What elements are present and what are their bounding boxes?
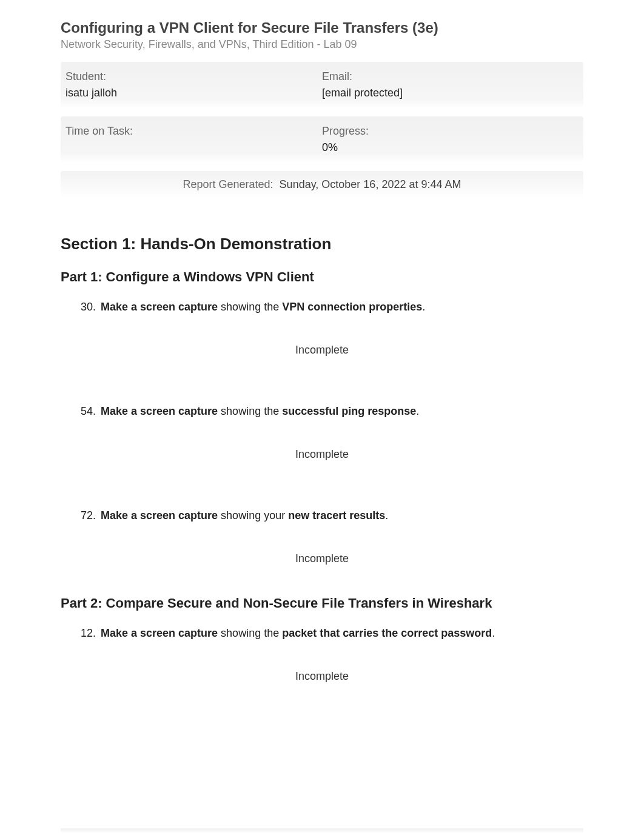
page: Configuring a VPN Client for Secure File… <box>0 18 644 835</box>
task-num: 54. <box>76 405 101 418</box>
task-item: 12. Make a screen capture showing the pa… <box>76 627 583 640</box>
time-col: Time on Task: <box>65 125 322 154</box>
email-value: [email protected] <box>322 87 579 99</box>
report-generated-block: Report Generated: Sunday, October 16, 20… <box>61 171 583 198</box>
task-status: Incomplete <box>61 448 583 461</box>
task-text: Make a screen capture showing the packet… <box>101 627 583 640</box>
report-label: Report Generated: <box>183 178 273 190</box>
task-status: Incomplete <box>61 670 583 683</box>
page-title: Configuring a VPN Client for Secure File… <box>61 18 583 37</box>
student-value: isatu jalloh <box>65 87 322 99</box>
task-item: 72. Make a screen capture showing your n… <box>76 509 583 522</box>
task-num: 12. <box>76 627 101 640</box>
report-value: Sunday, October 16, 2022 at 9:44 AM <box>280 178 461 190</box>
task-text: Make a screen capture showing the VPN co… <box>101 301 583 314</box>
task-item: 54. Make a screen capture showing the su… <box>76 405 583 418</box>
time-label: Time on Task: <box>65 125 322 138</box>
task-text: Make a screen capture showing the succes… <box>101 405 583 418</box>
section-1-heading: Section 1: Hands-On Demonstration <box>61 235 583 253</box>
task-text: Make a screen capture showing your new t… <box>101 509 583 522</box>
task-item: 30. Make a screen capture showing the VP… <box>76 301 583 314</box>
part-1-heading: Part 1: Configure a Windows VPN Client <box>61 269 583 285</box>
email-col: Email: [email protected] <box>322 70 579 99</box>
page-subtitle: Network Security, Firewalls, and VPNs, T… <box>61 38 583 51</box>
progress-info-block: Time on Task: Progress: 0% <box>61 116 583 163</box>
student-label: Student: <box>65 70 322 83</box>
progress-value: 0% <box>322 141 579 154</box>
progress-label: Progress: <box>322 125 579 138</box>
footer-divider <box>61 828 583 833</box>
task-num: 30. <box>76 301 101 314</box>
student-col: Student: isatu jalloh <box>65 70 322 99</box>
email-label: Email: <box>322 70 579 83</box>
task-status: Incomplete <box>61 344 583 357</box>
task-num: 72. <box>76 509 101 522</box>
part-2-heading: Part 2: Compare Secure and Non-Secure Fi… <box>61 595 583 611</box>
task-status: Incomplete <box>61 552 583 565</box>
progress-col: Progress: 0% <box>322 125 579 154</box>
student-info-block: Student: isatu jalloh Email: [email prot… <box>61 62 583 108</box>
